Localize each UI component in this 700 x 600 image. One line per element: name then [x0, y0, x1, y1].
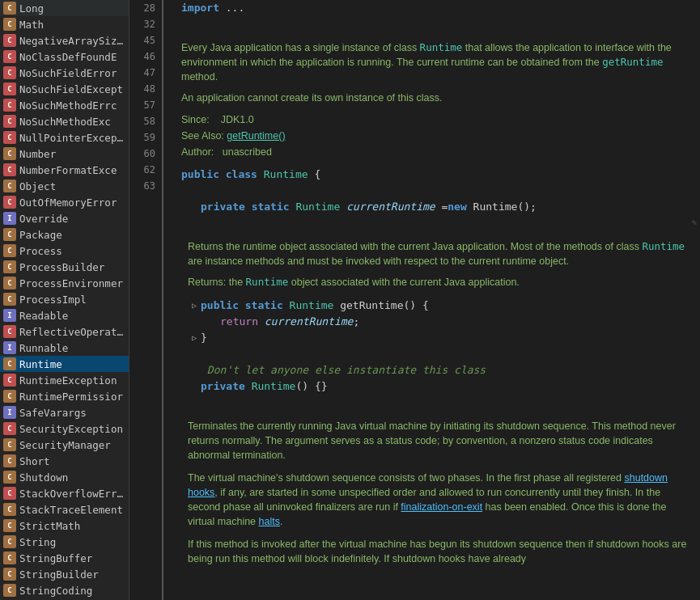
line-num-59: 59	[129, 129, 155, 146]
sidebar-label-2: NegativeArraySizeE	[19, 35, 125, 47]
sidebar-icon-17: C	[3, 277, 16, 289]
seealso-link[interactable]: getRuntime()	[227, 130, 285, 142]
sidebar-item-strictmath[interactable]: CStrictMath	[0, 518, 129, 534]
s5-47: Runtime();	[467, 199, 537, 215]
sidebar-item-securityexception[interactable]: CSecurityException	[0, 420, 129, 437]
new-kw-47: new	[448, 199, 466, 215]
sidebar-label-34: StringBuffer	[19, 552, 92, 564]
sidebar-item-negativearraysizee[interactable]: CNegativeArraySizeE	[0, 32, 129, 49]
sidebar-label-29: Shutdown	[19, 471, 68, 484]
sidebar-label-3: NoClassDefFoundE	[19, 51, 117, 63]
sidebar-icon-19: I	[3, 309, 16, 322]
sidebar-item-processenvironmer[interactable]: CProcessEnvironmer	[0, 275, 129, 291]
sidebar-item-object[interactable]: CObject	[0, 178, 129, 194]
sidebar-item-nullpointerexceptic[interactable]: CNullPointerExceptic	[0, 129, 129, 146]
code-line-59: ▷ }	[188, 330, 700, 346]
sidebar-label-5: NoSuchFieldExcept	[19, 83, 123, 95]
sidebar-item-stacktraceelement[interactable]: CStackTraceElement	[0, 501, 129, 518]
private-kw-47: private	[201, 199, 245, 215]
sidebar-icon-5: C	[3, 82, 16, 95]
sidebar-icon-8: C	[3, 131, 16, 144]
since-value: JDK1.0	[221, 114, 254, 125]
sidebar-item-long[interactable]: CLong	[0, 0, 129, 16]
sidebar-item-stringcoding[interactable]: CStringCoding	[0, 582, 129, 598]
sidebar-item-stringbuilder[interactable]: CStringBuilder	[0, 566, 129, 582]
doc-text-2: An application cannot create its own ins…	[181, 89, 683, 107]
sidebar-item-override[interactable]: IOverride	[0, 210, 129, 226]
sidebar-item-runnable[interactable]: IRunnable	[0, 340, 129, 356]
code-line-48: ✎	[168, 215, 700, 231]
sidebar-item-processbuilder[interactable]: CProcessBuilder	[0, 259, 129, 275]
sidebar-icon-18: C	[3, 293, 16, 306]
sidebar-label-21: Runnable	[19, 342, 68, 354]
sidebar-label-35: StringBuilder	[19, 568, 99, 581]
sidebar-label-32: StrictMath	[19, 520, 80, 532]
sidebar-item-runtimeexception[interactable]: CRuntimeException	[0, 372, 129, 388]
sidebar-label-31: StackTraceElement	[19, 504, 123, 516]
sidebar-item-readable[interactable]: IReadable	[0, 307, 129, 323]
sidebar-item-securitymanager[interactable]: CSecurityManager	[0, 437, 129, 453]
sidebar-item-package[interactable]: CPackage	[0, 226, 129, 243]
sidebar-icon-15: C	[3, 244, 16, 257]
sidebar-item-nosuchfieldexcept[interactable]: CNoSuchFieldExcept	[0, 81, 129, 97]
s2-57	[283, 298, 290, 314]
sidebar-item-process[interactable]: CProcess	[0, 243, 129, 259]
sidebar-item-stringbuffer[interactable]: CStringBuffer	[0, 550, 129, 566]
runtime-type-57: Runtime	[290, 298, 334, 314]
sidebar-icon-13: I	[3, 212, 16, 225]
sidebar-item-numberformatexce[interactable]: CNumberFormatExce	[0, 162, 129, 178]
halts-link[interactable]: halts	[259, 516, 280, 527]
shutdown-hooks-link[interactable]: shutdown hooks	[188, 472, 668, 498]
runtime-type-47: Runtime	[295, 199, 340, 215]
closebrace-59: }	[201, 330, 207, 346]
static-kw-57: static	[245, 298, 283, 314]
sidebar-label-22: Runtime	[19, 358, 62, 370]
sidebar-icon-26: C	[3, 422, 16, 435]
sidebar-label-7: NoSuchMethodExc	[19, 116, 111, 128]
sidebar-icon-34: C	[3, 551, 16, 564]
s1-58	[258, 314, 265, 330]
line-num-45: 45	[129, 32, 155, 49]
sidebar-icon-29: C	[3, 471, 16, 484]
edit-icon-48[interactable]: ✎	[691, 215, 697, 231]
sidebar-icon-32: C	[3, 519, 16, 532]
s4-47: =	[435, 199, 448, 215]
sidebar-item-string[interactable]: CString	[0, 534, 129, 550]
sidebar-icon-20: C	[3, 325, 16, 338]
sidebar-icon-33: C	[3, 535, 16, 548]
sidebar-item-safevarargs[interactable]: ISafeVarargs	[0, 404, 129, 420]
sidebar-icon-25: I	[3, 406, 16, 419]
sidebar-label-6: NoSuchMethodErrc	[19, 99, 117, 112]
sidebar-item-math[interactable]: CMath	[0, 16, 129, 32]
sidebar-item-shutdown[interactable]: CShutdown	[0, 469, 129, 485]
sidebar-icon-22: C	[3, 357, 16, 370]
sidebar-label-11: Object	[19, 180, 56, 192]
sidebar-item-runtimepermissior[interactable]: CRuntimePermissior	[0, 388, 129, 404]
sidebar-item-processimpl[interactable]: CProcessImpl	[0, 291, 129, 307]
sidebar-item-outofmemoryerror[interactable]: COutOfMemoryError	[0, 194, 129, 210]
code-line-63	[168, 395, 700, 411]
sidebar-item-nosuchmethoderrc[interactable]: CNoSuchMethodErrc	[0, 97, 129, 113]
line-num-60: 60	[129, 146, 155, 162]
sidebar-item-reflectiveoperatior[interactable]: CReflectiveOperatior	[0, 323, 129, 340]
line-num-63: 63	[129, 178, 155, 194]
doc-shutdown-1: Terminates the currently running Java vi…	[188, 417, 689, 464]
sidebar-icon-10: C	[3, 163, 16, 176]
finalization-link[interactable]: finalization-on-exit	[401, 501, 482, 513]
sidebar-item-number[interactable]: CNumber	[0, 146, 129, 162]
gutter-57[interactable]: ▷	[188, 298, 201, 314]
sidebar-item-runtime[interactable]: CRuntime	[0, 356, 129, 372]
sidebar-item-nosuchmethodexc[interactable]: CNoSuchMethodExc	[0, 113, 129, 129]
gutter-59[interactable]: ▷	[188, 330, 201, 346]
sidebar-icon-14: C	[3, 228, 16, 241]
doc-block-getruntime: Returns the runtime object associated wi…	[168, 231, 700, 298]
sidebar-item-nosuchfielderror[interactable]: CNoSuchFieldError	[0, 65, 129, 81]
sidebar-item-noclassdeffounde[interactable]: CNoClassDefFoundE	[0, 49, 129, 65]
sidebar-icon-0: C	[3, 2, 16, 15]
sidebar-item-short[interactable]: CShort	[0, 453, 129, 469]
code-area[interactable]: import ... Every Java application has a …	[162, 0, 700, 600]
line-numbers: 283245464748575859606263	[129, 0, 162, 600]
sidebar-item-stackoverflowerror[interactable]: CStackOverflowError	[0, 485, 129, 501]
sidebar-label-23: RuntimeException	[19, 374, 117, 387]
line-num-46: 46	[129, 49, 155, 65]
